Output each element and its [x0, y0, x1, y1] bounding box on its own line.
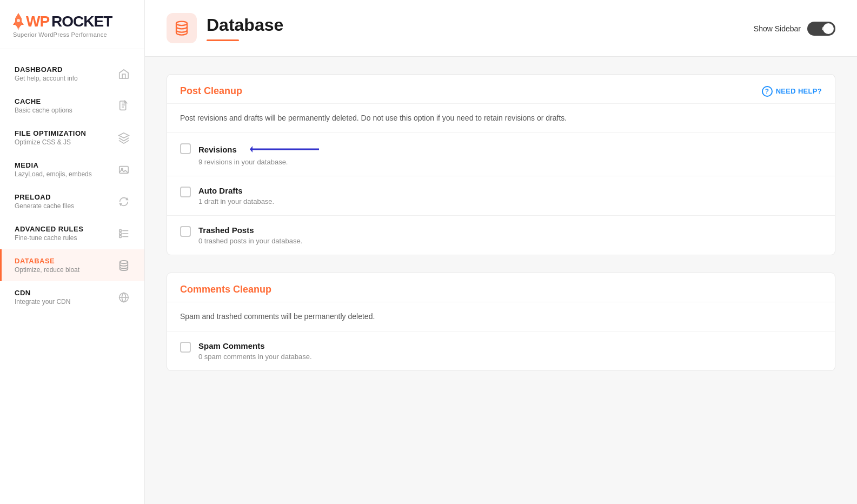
- page-icon-box: [167, 13, 197, 43]
- show-sidebar-label: Show Sidebar: [754, 24, 801, 33]
- sidebar-item-preload-title: PRELOAD: [15, 193, 116, 201]
- page-header-left: Database: [167, 13, 283, 56]
- spam-comments-option-row: Spam Comments 0 spam comments in your da…: [167, 331, 835, 370]
- svg-marker-18: [250, 146, 253, 152]
- logo-subtitle: Superior WordPress Performance: [13, 31, 134, 38]
- sidebar-item-dashboard-subtitle: Get help, account info: [15, 75, 116, 82]
- auto-drafts-label: Auto Drafts: [198, 186, 274, 195]
- home-icon: [116, 67, 131, 82]
- need-help-button[interactable]: ? NEED HELP?: [762, 86, 822, 97]
- svg-rect-12: [119, 235, 122, 237]
- revisions-arrow-annotation: [250, 143, 325, 156]
- sidebar: WP ROCKET Superior WordPress Performance…: [0, 0, 145, 504]
- sidebar-item-advanced-rules-subtitle: Fine-tune cache rules: [15, 234, 116, 242]
- revisions-label: Revisions: [198, 143, 325, 156]
- rocket-icon: [13, 13, 24, 30]
- sidebar-item-advanced-rules[interactable]: ADVANCED RULES Fine-tune cache rules: [0, 217, 144, 249]
- toggle-off-label: OFF: [822, 26, 832, 31]
- auto-drafts-option-row: Auto Drafts 1 draft in your database.: [167, 176, 835, 216]
- comments-cleanup-section: Comments Cleanup Spam and trashed commen…: [167, 273, 835, 371]
- spam-comments-label: Spam Comments: [198, 341, 312, 350]
- need-help-label: NEED HELP?: [776, 87, 822, 95]
- main-content: Database Show Sidebar OFF Post Cleanup ?…: [145, 0, 857, 504]
- sidebar-item-media-subtitle: LazyLoad, emojis, embeds: [15, 170, 116, 178]
- logo-area: WP ROCKET Superior WordPress Performance: [0, 0, 144, 49]
- sidebar-item-preload[interactable]: PRELOAD Generate cache files: [0, 185, 144, 217]
- page-title-underline: [207, 39, 239, 41]
- sidebar-item-dashboard[interactable]: DASHBOARD Get help, account info: [0, 58, 144, 90]
- sidebar-item-preload-subtitle: Generate cache files: [15, 202, 116, 210]
- revisions-option-row: Revisions 9 revisions in your database.: [167, 133, 835, 176]
- sidebar-item-cache-subtitle: Basic cache options: [15, 107, 116, 114]
- file-icon: [116, 98, 131, 114]
- sidebar-item-database[interactable]: DATABASE Optimize, reduce bloat: [0, 249, 144, 281]
- sidebar-item-media-title: MEDIA: [15, 161, 116, 169]
- help-icon: ?: [762, 86, 773, 97]
- layers-icon: [116, 130, 131, 145]
- sidebar-item-database-subtitle: Optimize, reduce bloat: [15, 266, 116, 274]
- svg-rect-10: [119, 233, 122, 235]
- sidebar-item-file-optimization-title: FILE OPTIMIZATION: [15, 129, 116, 137]
- page-title: Database: [207, 15, 283, 35]
- svg-point-14: [120, 260, 128, 263]
- svg-marker-4: [17, 26, 20, 30]
- sidebar-item-dashboard-title: DASHBOARD: [15, 65, 116, 74]
- database-icon: [116, 258, 131, 273]
- spam-comments-desc: 0 spam comments in your database.: [198, 353, 312, 361]
- sidebar-item-cdn-title: CDN: [15, 289, 116, 297]
- sidebar-item-file-optimization-subtitle: Optimize CSS & JS: [15, 138, 116, 146]
- comments-cleanup-description: Spam and trashed comments will be perman…: [167, 302, 835, 331]
- post-cleanup-title: Post Cleanup: [180, 85, 242, 97]
- svg-marker-2: [22, 22, 24, 25]
- comments-cleanup-header: Comments Cleanup: [167, 273, 835, 302]
- svg-point-3: [17, 19, 20, 22]
- sidebar-item-cache[interactable]: CACHE Basic cache options: [0, 90, 144, 122]
- svg-point-16: [176, 22, 187, 26]
- svg-marker-1: [13, 22, 15, 25]
- trashed-posts-label: Trashed Posts: [198, 226, 302, 235]
- refresh-icon: [116, 194, 131, 209]
- sidebar-item-cdn-subtitle: Integrate your CDN: [15, 298, 116, 306]
- sidebar-item-file-optimization[interactable]: FILE OPTIMIZATION Optimize CSS & JS: [0, 122, 144, 154]
- trashed-posts-desc: 0 trashed posts in your database.: [198, 237, 302, 245]
- nav-items: DASHBOARD Get help, account info CACHE B…: [0, 49, 144, 504]
- show-sidebar-toggle[interactable]: OFF: [807, 22, 835, 36]
- spam-comments-checkbox[interactable]: [180, 342, 191, 353]
- comments-cleanup-title: Comments Cleanup: [180, 284, 271, 295]
- revisions-checkbox[interactable]: [180, 143, 191, 154]
- sidebar-item-cdn[interactable]: CDN Integrate your CDN: [0, 281, 144, 313]
- trashed-posts-checkbox[interactable]: [180, 226, 191, 237]
- revisions-desc: 9 revisions in your database.: [198, 158, 325, 166]
- page-header: Database Show Sidebar OFF: [145, 0, 857, 57]
- auto-drafts-checkbox[interactable]: [180, 187, 191, 197]
- sidebar-item-cache-title: CACHE: [15, 97, 116, 105]
- database-page-icon: [174, 20, 190, 36]
- content-area: Post Cleanup ? NEED HELP? Post revisions…: [145, 57, 857, 406]
- rules-icon: [116, 226, 131, 241]
- trashed-posts-option-row: Trashed Posts 0 trashed posts in your da…: [167, 216, 835, 255]
- sidebar-item-media[interactable]: MEDIA LazyLoad, emojis, embeds: [0, 154, 144, 185]
- image-icon: [116, 162, 131, 177]
- logo-rocket-text: ROCKET: [51, 13, 112, 30]
- auto-drafts-desc: 1 draft in your database.: [198, 197, 274, 205]
- post-cleanup-section: Post Cleanup ? NEED HELP? Post revisions…: [167, 74, 835, 255]
- page-header-right: Show Sidebar OFF: [754, 13, 835, 36]
- svg-rect-8: [119, 229, 122, 231]
- sidebar-item-advanced-rules-title: ADVANCED RULES: [15, 225, 116, 233]
- post-cleanup-description: Post revisions and drafts will be perman…: [167, 104, 835, 133]
- logo-wp-text: WP: [26, 13, 49, 30]
- sidebar-item-database-title: DATABASE: [15, 257, 116, 265]
- globe-icon: [116, 290, 131, 305]
- post-cleanup-header: Post Cleanup ? NEED HELP?: [167, 75, 835, 104]
